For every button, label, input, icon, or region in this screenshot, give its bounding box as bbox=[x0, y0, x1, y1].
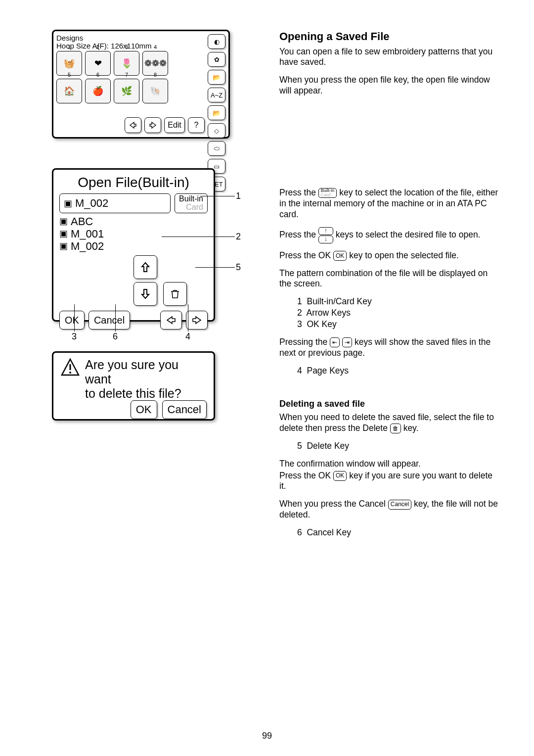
design-cell-5[interactable]: 5🏠 bbox=[56, 79, 82, 103]
open-file-button-2[interactable]: 📂 bbox=[208, 105, 225, 120]
inline-arrow-keys: ↑ ↓ bbox=[318, 227, 333, 243]
arrow-right-page-icon bbox=[148, 121, 157, 129]
confirm-note-2: Press the OK OK key if you are sure you … bbox=[279, 471, 499, 492]
design-cell-7[interactable]: 7🌿 bbox=[114, 79, 139, 103]
az-button[interactable]: A~Z bbox=[208, 88, 225, 102]
open-file-screen: Open File(Built-in) ▣ M_002 Built-in Car… bbox=[52, 168, 215, 322]
file-icon: ▣ bbox=[59, 241, 68, 251]
inline-ok-key: OK bbox=[333, 471, 347, 481]
cancel-key[interactable]: Cancel bbox=[89, 311, 130, 330]
callout-2: 2 bbox=[236, 232, 241, 242]
instruction-text: Opening a Saved File You can open a file… bbox=[279, 30, 499, 545]
confirm-dialog: Are you sure you want to delete this fil… bbox=[52, 351, 215, 421]
arrow-down-icon bbox=[139, 287, 152, 300]
page-prev-button[interactable] bbox=[125, 117, 141, 133]
callout-1: 1 bbox=[236, 191, 241, 201]
confirm-ok-button[interactable]: OK bbox=[131, 400, 157, 419]
inline-trash-icon: 🗑 bbox=[390, 424, 401, 433]
heading-deleting: Deleting a saved file bbox=[279, 398, 499, 410]
arrow-right-page-icon bbox=[191, 316, 202, 325]
confirm-note-1: The confirmation window will appear. bbox=[279, 459, 499, 470]
arrow-up-icon bbox=[139, 261, 152, 274]
warning-icon bbox=[60, 358, 80, 378]
arrow-down-key[interactable] bbox=[134, 282, 157, 306]
edit-button[interactable]: Edit bbox=[164, 117, 185, 133]
arrow-up-key[interactable] bbox=[134, 255, 157, 279]
arrow-left-page-icon bbox=[166, 316, 177, 325]
display-note: The pattern combination of the file will… bbox=[279, 268, 499, 290]
trash-icon bbox=[169, 288, 181, 300]
design-cell-6[interactable]: 6🍎 bbox=[85, 79, 111, 103]
key-list-3: 5 Delete Key bbox=[297, 441, 499, 452]
file-icon: ▣ bbox=[59, 229, 68, 239]
callout-3: 3 bbox=[72, 331, 77, 342]
designs-screen: Designs Hoop Size A(F): 126x110mm 1🧺 2❤ … bbox=[52, 30, 230, 139]
file-list: ▣ABC ▣M_001 ▣M_002 bbox=[59, 215, 208, 253]
arrow-up-icon: ↑ bbox=[318, 227, 333, 235]
page-prev-key[interactable] bbox=[160, 311, 182, 330]
arrow-left-page-icon bbox=[129, 121, 137, 129]
callout-6: 6 bbox=[113, 331, 118, 342]
page-next-button[interactable] bbox=[144, 117, 161, 133]
key-list-4: 6 Cancel Key bbox=[297, 527, 499, 538]
key-list-1: 1 Built-in/Card Key 2 Arrow Keys 3 OK Ke… bbox=[297, 296, 499, 330]
file-icon: ▣ bbox=[59, 216, 68, 227]
flower-category-button[interactable]: ✿ bbox=[208, 52, 225, 67]
arrow-instruction: Press the ↑ ↓ keys to select the desired… bbox=[279, 227, 499, 243]
designs-title: Designs bbox=[56, 34, 83, 42]
left-figures: Designs Hoop Size A(F): 126x110mm 1🧺 2❤ … bbox=[52, 30, 250, 545]
arrow-down-icon: ↓ bbox=[318, 236, 333, 243]
page-keys-instruction: Pressing the ⇤ ⇥ keys will show the save… bbox=[279, 337, 499, 359]
delete-key[interactable] bbox=[163, 282, 187, 306]
file-icon: ▣ bbox=[64, 198, 72, 209]
list-item[interactable]: ▣M_002 bbox=[59, 240, 208, 252]
callout-5: 5 bbox=[236, 262, 241, 273]
list-item[interactable]: ▣M_001 bbox=[59, 228, 208, 240]
confirm-cancel-button[interactable]: Cancel bbox=[162, 400, 207, 419]
list-item[interactable]: ▣ABC bbox=[59, 215, 208, 228]
callout-4: 4 bbox=[185, 331, 190, 342]
loc-instruction: Press the Built-inCard key to select the… bbox=[279, 188, 499, 220]
confirm-message: Are you sure you want to delete this fil… bbox=[85, 358, 207, 400]
inline-page-next-icon: ⇥ bbox=[342, 337, 352, 347]
ok-key[interactable]: OK bbox=[59, 311, 85, 330]
key-list-2: 4 Page Keys bbox=[297, 366, 499, 377]
open-file-figure: Open File(Built-in) ▣ M_002 Built-in Car… bbox=[52, 168, 250, 322]
tag-button[interactable]: ◇ bbox=[208, 123, 225, 138]
inline-page-prev-icon: ⇤ bbox=[330, 337, 340, 347]
confirm-note-3: When you press the Cancel Cancel key, th… bbox=[279, 499, 499, 520]
ok-open-instruction: Press the OK OK key to open the selected… bbox=[279, 250, 499, 261]
mode-icon-1[interactable]: ◐ bbox=[208, 34, 225, 49]
heading-opening: Opening a Saved File bbox=[279, 30, 499, 44]
help-button[interactable]: ? bbox=[188, 117, 205, 133]
open-p1: You can open a file to sew embroidery pa… bbox=[279, 47, 499, 68]
delete-instruction: When you need to delete the saved file, … bbox=[279, 412, 499, 434]
inline-cancel-key: Cancel bbox=[388, 500, 411, 510]
inline-ok-key: OK bbox=[333, 251, 347, 261]
page-number: 99 bbox=[0, 731, 534, 741]
open-p2: When you press the open file key, the op… bbox=[279, 75, 499, 96]
open-file-button[interactable]: 📂 bbox=[208, 70, 225, 85]
inline-builtin-card-key: Built-inCard bbox=[318, 188, 337, 198]
hoop-button[interactable]: ⬭ bbox=[208, 141, 225, 156]
design-cell-8[interactable]: 8🐚 bbox=[142, 79, 168, 103]
page-next-key[interactable] bbox=[186, 311, 208, 330]
open-file-title: Open File(Built-in) bbox=[59, 175, 208, 190]
selected-file-box: ▣ M_002 bbox=[59, 193, 171, 213]
svg-point-1 bbox=[69, 372, 71, 374]
